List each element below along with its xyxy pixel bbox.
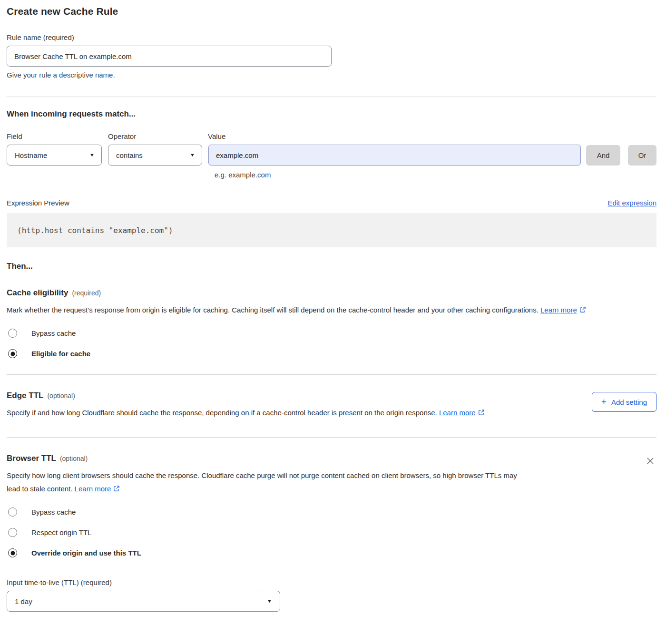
cache-eligibility-radio-group: Bypass cache Eligible for cache [7, 329, 656, 358]
radio-icon [8, 507, 17, 517]
cache-eligibility-qualifier: (required) [72, 289, 101, 297]
rule-name-help: Give your rule a descriptive name. [7, 71, 656, 79]
operator-select-value: contains [116, 151, 143, 159]
value-hint: e.g. example.com [215, 171, 656, 179]
learn-more-link[interactable]: Learn more [540, 306, 577, 314]
field-select[interactable]: Hostname ▼ [7, 145, 102, 166]
browser-ttl-description: Specify how long client browsers should … [7, 469, 519, 496]
cache-eligibility-title: Cache eligibility [7, 288, 68, 298]
match-heading: When incoming requests match... [7, 109, 656, 119]
ttl-select[interactable]: 1 day ▼ [7, 591, 280, 612]
expression-preview-label: Expression Preview [7, 199, 69, 207]
external-link-icon [478, 407, 485, 420]
field-label: Field [7, 132, 108, 140]
add-setting-button[interactable]: + Add setting [592, 392, 656, 412]
operator-select[interactable]: contains ▼ [108, 145, 202, 166]
radio-override-origin-ttl[interactable]: Override origin and use this TTL [7, 548, 656, 557]
chevron-down-icon: ▼ [190, 153, 195, 157]
field-select-value: Hostname [15, 151, 47, 159]
browser-ttl-title: Browser TTL [7, 454, 56, 463]
value-label: Value [208, 132, 225, 140]
operator-label: Operator [108, 132, 208, 140]
close-browser-ttl-button[interactable] [644, 455, 656, 468]
page-title: Create new Cache Rule [7, 6, 656, 17]
browser-ttl-qualifier: (optional) [60, 455, 88, 462]
browser-ttl-radio-group: Bypass cache Respect origin TTL Override… [7, 507, 656, 557]
external-link-icon [579, 304, 586, 317]
radio-icon [8, 528, 17, 537]
radio-eligible-for-cache[interactable]: Eligible for cache [7, 349, 656, 358]
expression-code-block: (http.host contains "example.com") [7, 213, 656, 247]
ttl-select-value: 1 day [7, 591, 259, 611]
ttl-select-arrow[interactable]: ▼ [259, 591, 280, 611]
cache-eligibility-description: Mark whether the request’s response from… [7, 303, 646, 317]
edge-ttl-qualifier: (optional) [47, 392, 75, 400]
radio-icon [8, 349, 17, 358]
edge-ttl-title: Edge TTL [7, 391, 43, 400]
section-divider [7, 97, 656, 97]
section-divider [7, 374, 656, 375]
edit-expression-link[interactable]: Edit expression [607, 199, 656, 207]
radio-respect-origin-ttl[interactable]: Respect origin TTL [7, 528, 656, 537]
external-link-icon [113, 483, 120, 496]
section-divider [7, 437, 656, 438]
chevron-down-icon: ▼ [89, 153, 95, 157]
learn-more-link[interactable]: Learn more [75, 485, 111, 493]
value-input[interactable] [208, 145, 581, 166]
rule-name-input[interactable] [7, 46, 332, 67]
or-button[interactable]: Or [628, 145, 656, 166]
radio-icon [8, 329, 17, 338]
close-icon [646, 457, 655, 465]
expression-code: (http.host contains "example.com") [17, 226, 173, 235]
then-heading: Then... [7, 262, 656, 271]
radio-icon [8, 548, 17, 557]
edge-ttl-description: Specify if and how long Cloudflare shoul… [7, 406, 485, 420]
chevron-down-icon: ▼ [267, 599, 272, 603]
ttl-input-label: Input time-to-live (TTL) (required) [7, 578, 656, 586]
radio-bypass-cache[interactable]: Bypass cache [7, 329, 656, 338]
learn-more-link[interactable]: Learn more [439, 409, 476, 417]
rule-name-label: Rule name (required) [7, 33, 656, 41]
and-button[interactable]: And [586, 145, 620, 166]
plus-icon: + [601, 397, 607, 406]
radio-browser-bypass-cache[interactable]: Bypass cache [7, 507, 656, 517]
